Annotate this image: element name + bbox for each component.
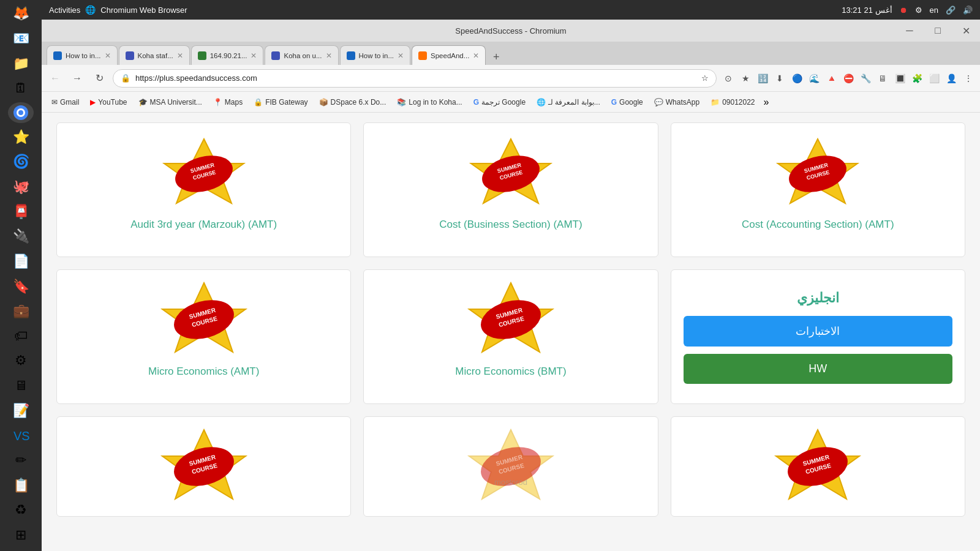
taskbar-monitor[interactable]: 🖥 xyxy=(7,375,34,397)
bookmark-koha[interactable]: 📚 Log in to Koha... xyxy=(392,96,467,108)
tab-6-close[interactable]: ✕ xyxy=(473,51,479,60)
hw-button[interactable]: HW xyxy=(684,354,952,384)
taskbar-star[interactable]: ⭐ xyxy=(7,126,34,148)
taskbar-settings[interactable]: ⚙ xyxy=(7,350,34,372)
extension-puzzle[interactable]: 🧩 xyxy=(910,72,924,85)
maximize-button[interactable]: □ xyxy=(924,20,952,42)
minimize-button[interactable]: ─ xyxy=(895,20,924,42)
reload-button[interactable]: ↻ xyxy=(91,70,108,87)
extension-icon-3[interactable]: 🔵 xyxy=(790,72,804,85)
tab-2[interactable]: Koha staf... ✕ xyxy=(119,45,190,65)
share-icon[interactable]: ⊙ xyxy=(722,72,735,85)
bookmark-maps[interactable]: 📍 Maps xyxy=(208,96,247,108)
bookmark-google[interactable]: G Google xyxy=(606,96,648,108)
tab-2-label: Koha staf... xyxy=(138,52,173,59)
extension-icon-7[interactable]: 🔧 xyxy=(859,72,872,85)
tab-6-active[interactable]: SpeedAnd... ✕ xyxy=(412,45,486,65)
bookmark-translate[interactable]: G ترجمة Google xyxy=(469,96,530,108)
tab-1[interactable]: How to in... ✕ xyxy=(47,45,118,65)
taskbar-grid[interactable]: ⊞ xyxy=(7,523,34,546)
course-card-row3-2[interactable]: SUMMER COURSE mostorod xyxy=(363,416,658,517)
bookmark-maps-label: Maps xyxy=(225,98,243,107)
tab-4-icon xyxy=(271,51,280,60)
extension-icon-6[interactable]: ⛔ xyxy=(842,72,855,85)
split-icon[interactable]: ⬜ xyxy=(927,72,941,85)
profile-icon[interactable]: 👤 xyxy=(944,72,958,85)
bookmark-portal[interactable]: 🌐 بوابة المعرفة لـ... xyxy=(532,96,605,108)
bookmark-whatsapp[interactable]: 💬 WhatsApp xyxy=(649,96,704,108)
taskbar-mail[interactable]: 📧 xyxy=(7,28,34,50)
course-card-row3-3[interactable]: SUMMER COURSE xyxy=(671,416,965,517)
extension-icon-5[interactable]: 🔺 xyxy=(824,72,838,85)
tab-5-close[interactable]: ✕ xyxy=(398,51,404,60)
tab-3[interactable]: 164.90.21... ✕ xyxy=(191,45,264,65)
bookmark-portal-label: بوابة المعرفة لـ... xyxy=(548,98,600,107)
taskbar-files[interactable]: 📁 xyxy=(7,52,34,75)
taskbar-bookmark[interactable]: 🔖 xyxy=(7,275,34,298)
course-card-micro-bmt[interactable]: SUMMER COURSE Micro Economics (BMT) xyxy=(363,269,658,404)
course-card-micro-amt[interactable]: SUMMER COURSE Micro Economics (AMT) xyxy=(56,269,351,404)
taskbar-calendar[interactable]: 🗓 xyxy=(7,77,34,100)
menu-icon[interactable]: ⋮ xyxy=(962,72,975,85)
maps-icon: 📍 xyxy=(213,98,222,107)
taskbar-swirl[interactable]: 🌀 xyxy=(7,151,34,173)
taskbar-doc[interactable]: 📄 xyxy=(7,250,34,273)
course-card-audit-title: Audit 3rd year (Marzouk) (AMT) xyxy=(130,219,277,231)
browser-icon: 🌐 xyxy=(85,5,96,15)
bookmark-fib[interactable]: 🔒 FIB Gateway xyxy=(249,96,312,108)
tab-4-close[interactable]: ✕ xyxy=(326,51,332,60)
course-card-audit[interactable]: SUMMER COURSE Audit 3rd year (Marzouk) (… xyxy=(56,122,351,257)
extension-icon-2[interactable]: ⬇ xyxy=(773,72,786,85)
window-controls: ─ □ ✕ xyxy=(895,20,980,42)
tab-6-label: SpeedAnd... xyxy=(431,52,469,59)
taskbar-text-editor[interactable]: 📝 xyxy=(7,399,34,422)
forward-button[interactable]: → xyxy=(69,70,86,87)
bookmark-dspace[interactable]: 📦 DSpace 6.x Do... xyxy=(314,96,391,108)
new-tab-button[interactable]: + xyxy=(487,49,505,65)
bookmark-msa[interactable]: 🎓 MSA Universit... xyxy=(134,96,207,108)
tab-3-label: 164.90.21... xyxy=(210,52,247,59)
star-bookmark-icon[interactable]: ☆ xyxy=(701,73,709,83)
taskbar-vscode[interactable]: VS xyxy=(7,424,34,447)
taskbar-postfix[interactable]: 📮 xyxy=(7,200,34,223)
course-card-row3-1[interactable]: SUMMER COURSE xyxy=(56,416,351,517)
course-card-cost-accounting[interactable]: SUMMER COURSE Cost (Accounting Section) … xyxy=(671,122,965,257)
tab-4[interactable]: Koha on u... ✕ xyxy=(265,45,338,65)
portal-icon: 🌐 xyxy=(537,98,546,107)
taskbar-firefox[interactable]: 🦊 xyxy=(7,2,34,25)
bookmarks-more-button[interactable]: » xyxy=(764,97,769,108)
extension-icon-9[interactable]: 🔳 xyxy=(893,72,907,85)
browser-title-text: SpeedAndSuccess - Chromium xyxy=(455,26,566,36)
taskbar-briefcase[interactable]: 💼 xyxy=(7,300,34,323)
tab-5[interactable]: How to in... ✕ xyxy=(340,45,411,65)
gmail-icon: ✉ xyxy=(51,98,58,107)
bookmark-star-icon[interactable]: ★ xyxy=(739,72,752,85)
dspace-icon: 📦 xyxy=(319,98,328,107)
bookmark-gmail[interactable]: ✉ Gmail xyxy=(47,96,84,108)
extension-icon-1[interactable]: 🔢 xyxy=(756,72,769,85)
taskbar-chromium[interactable] xyxy=(8,102,34,124)
activities-label[interactable]: Activities xyxy=(49,6,80,15)
course-card-cost-business[interactable]: SUMMER COURSE Cost (Business Section) (A… xyxy=(363,122,658,257)
tab-2-close[interactable]: ✕ xyxy=(177,51,183,60)
taskbar-notes[interactable]: 📋 xyxy=(7,474,34,497)
bookmark-youtube[interactable]: ▶ YouTube xyxy=(85,96,132,108)
course-card-micro-amt-title: Micro Economics (AMT) xyxy=(148,365,259,378)
svg-text:VS: VS xyxy=(13,429,29,443)
taskbar-pencil[interactable]: ✏ xyxy=(7,449,34,472)
url-bar[interactable]: 🔒 https://plus.speedandsuccess.com ☆ xyxy=(113,69,717,88)
bookmark-folder[interactable]: 📁 09012022 xyxy=(706,96,760,108)
taskbar-github[interactable]: 🐙 xyxy=(7,176,34,198)
extension-icon-4[interactable]: 🌊 xyxy=(807,72,821,85)
back-button[interactable]: ← xyxy=(47,70,64,87)
course-card-micro-bmt-title: Micro Economics (BMT) xyxy=(455,365,566,378)
close-button[interactable]: ✕ xyxy=(952,20,980,42)
exams-button[interactable]: الاختبارات xyxy=(684,316,952,347)
taskbar-recycle[interactable]: ♻ xyxy=(7,499,34,522)
extension-icon-8[interactable]: 🖥 xyxy=(876,72,889,85)
tab-3-close[interactable]: ✕ xyxy=(251,51,257,60)
tab-1-close[interactable]: ✕ xyxy=(105,51,111,60)
taskbar-tag[interactable]: 🏷 xyxy=(7,324,34,347)
clock-display: 13:21 21 أغس xyxy=(842,6,892,15)
taskbar-plugin[interactable]: 🔌 xyxy=(7,225,34,248)
